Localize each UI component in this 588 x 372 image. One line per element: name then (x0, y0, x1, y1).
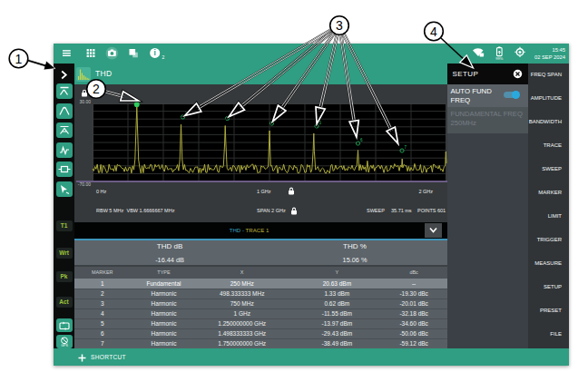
svg-text:3: 3 (336, 18, 343, 33)
svg-text:4: 4 (430, 24, 437, 39)
svg-text:2: 2 (93, 82, 100, 96)
svg-text:1: 1 (15, 52, 23, 66)
